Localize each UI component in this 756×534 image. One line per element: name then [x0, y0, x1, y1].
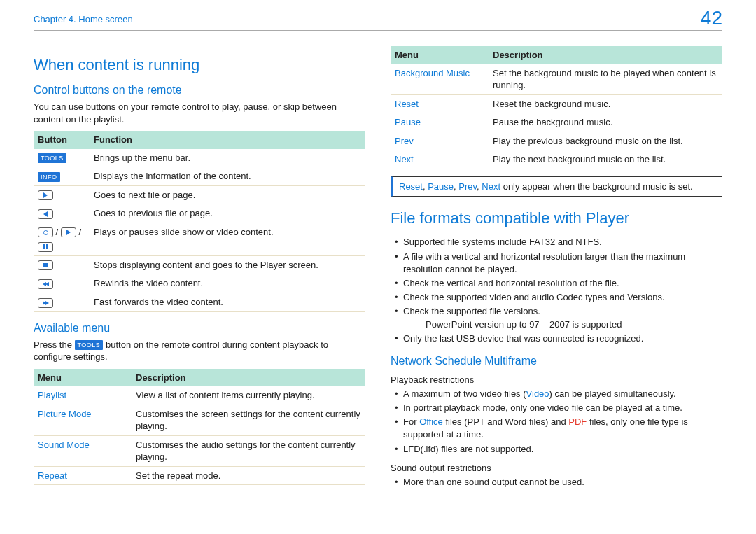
menu-cell: Pause	[391, 113, 489, 132]
heading-control-buttons: Control buttons on the remote	[34, 84, 365, 97]
col-function: Function	[90, 131, 365, 149]
table-row: Stops displaying content and goes to the…	[34, 255, 365, 274]
table-row: Sound ModeCustomises the audio settings …	[34, 435, 365, 466]
tools-icon: TOOLS	[38, 153, 66, 163]
table-remote-buttons: Button Function TOOLS Brings up the menu…	[34, 131, 365, 311]
button-play-pause: / /	[34, 223, 90, 255]
subhead-sound: Sound output restrictions	[391, 463, 722, 473]
table-row: NextPlay the next background music on th…	[391, 150, 722, 169]
table-row: Rewinds the video content.	[34, 274, 365, 293]
table-row: PausePause the background music.	[391, 113, 722, 132]
desc-cell: Customises the screen settings for the c…	[132, 405, 365, 435]
desc-cell: Pause the background music.	[489, 113, 722, 132]
menu-cell: Playlist	[34, 386, 132, 405]
table-row: RepeatSet the repeat mode.	[34, 466, 365, 485]
menu-cell: Background Music	[391, 64, 489, 95]
right-column: Menu Description Background MusicSet the…	[391, 43, 722, 492]
page-header: Chapter 4. Home screen 42	[34, 13, 722, 31]
fn-cell: Displays the information of the content.	[90, 167, 365, 186]
list-item: More than one sound output cannot be use…	[395, 476, 722, 489]
fn-cell: Stops displaying content and goes to the…	[90, 255, 365, 274]
list-item: Check the supported file versions. Power…	[395, 305, 722, 330]
desc-cell: Set the repeat mode.	[132, 466, 365, 485]
left-column: When content is running Control buttons …	[34, 43, 365, 492]
table-row: Picture ModeCustomises the screen settin…	[34, 405, 365, 435]
col-menu: Menu	[34, 369, 132, 387]
note-bgmusic: Reset, Pause, Prev, Next only appear whe…	[391, 176, 722, 197]
pause-icon	[38, 242, 53, 252]
table-row: INFO Displays the information of the con…	[34, 167, 365, 186]
menu-cell: Sound Mode	[34, 435, 132, 466]
subhead-playback: Playback restrictions	[391, 374, 722, 385]
rewind-icon	[38, 279, 53, 289]
heading-network-schedule: Network Schedule Multiframe	[391, 355, 722, 367]
chapter-label: Chapter 4. Home screen	[34, 14, 133, 24]
desc-cell: Reset the background music.	[489, 94, 722, 113]
table-available-menu-cont: Menu Description Background MusicSet the…	[391, 46, 722, 169]
button-stop	[34, 255, 90, 274]
heading-file-formats: File formats compatible with Player	[391, 209, 722, 227]
col-menu: Menu	[391, 46, 489, 64]
tools-icon: TOOLS	[75, 340, 104, 350]
desc-cell: Play the next background music on the li…	[489, 150, 722, 169]
play-icon	[61, 227, 76, 237]
list-item: A file with a vertical and horizontal re…	[395, 251, 722, 276]
play-circle-icon	[38, 227, 53, 237]
list-item: Only the last USB device that was connec…	[395, 332, 722, 345]
list-item: Check the supported video and audio Code…	[395, 291, 722, 304]
table-row: Fast forwards the video content.	[34, 293, 365, 312]
list-item: Check the vertical and horizontal resolu…	[395, 277, 722, 290]
prev-icon	[38, 209, 53, 219]
desc-cell: Set the background music to be played wh…	[489, 64, 722, 95]
col-description: Description	[132, 369, 365, 387]
fn-cell: Rewinds the video content.	[90, 274, 365, 293]
desc-cell: Customises the audio settings for the co…	[132, 435, 365, 466]
list-item: For Office files (PPT and Word files) an…	[395, 416, 722, 441]
table-row: PrevPlay the previous background music o…	[391, 132, 722, 150]
formats-list: Supported file systems include FAT32 and…	[391, 236, 722, 345]
playback-restrictions-list: A maximum of two video files (Video) can…	[391, 388, 722, 456]
desc-cell: View a list of content items currently p…	[132, 386, 365, 405]
table-available-menu: Menu Description PlaylistView a list of …	[34, 369, 365, 486]
fn-cell: Plays or pauses slide show or video cont…	[90, 223, 365, 255]
list-item: PowerPoint version up to 97 – 2007 is su…	[416, 318, 722, 331]
list-item: In portrait playback mode, only one vide…	[395, 402, 722, 414]
desc-available-menu: Press the TOOLS button on the remote con…	[34, 339, 365, 363]
fast-forward-icon	[38, 298, 53, 308]
button-info: INFO	[34, 167, 90, 186]
fn-cell: Brings up the menu bar.	[90, 149, 365, 167]
menu-cell: Repeat	[34, 466, 132, 485]
button-prev	[34, 204, 90, 223]
table-row: Background MusicSet the background music…	[391, 64, 722, 95]
menu-cell: Prev	[391, 132, 489, 150]
desc-cell: Play the previous background music on th…	[489, 132, 722, 150]
table-row: PlaylistView a list of content items cur…	[34, 386, 365, 405]
table-row: ResetReset the background music.	[391, 94, 722, 113]
table-row: Goes to previous file or page.	[34, 204, 365, 223]
fn-cell: Goes to next file or page.	[90, 185, 365, 204]
table-row: TOOLS Brings up the menu bar.	[34, 149, 365, 167]
list-item: Supported file systems include FAT32 and…	[395, 236, 722, 248]
page-number: 42	[701, 7, 722, 29]
sound-restrictions-list: More than one sound output cannot be use…	[391, 476, 722, 489]
col-button: Button	[34, 131, 90, 149]
button-ff	[34, 293, 90, 312]
fn-cell: Fast forwards the video content.	[90, 293, 365, 312]
col-description: Description	[489, 46, 722, 64]
list-item: A maximum of two video files (Video) can…	[395, 388, 722, 400]
button-next	[34, 185, 90, 204]
menu-cell: Picture Mode	[34, 405, 132, 435]
table-row: / / Plays or pauses slide show or video …	[34, 223, 365, 255]
table-row: Goes to next file or page.	[34, 185, 365, 204]
info-icon: INFO	[38, 172, 60, 182]
menu-cell: Next	[391, 150, 489, 169]
fn-cell: Goes to previous file or page.	[90, 204, 365, 223]
desc-control-buttons: You can use buttons on your remote contr…	[34, 101, 365, 125]
button-rewind	[34, 274, 90, 293]
button-tools: TOOLS	[34, 149, 90, 167]
next-icon	[38, 190, 53, 200]
heading-available-menu: Available menu	[34, 322, 365, 335]
menu-cell: Reset	[391, 94, 489, 113]
list-item: LFD(.lfd) files are not supported.	[395, 443, 722, 456]
stop-icon	[38, 260, 53, 270]
